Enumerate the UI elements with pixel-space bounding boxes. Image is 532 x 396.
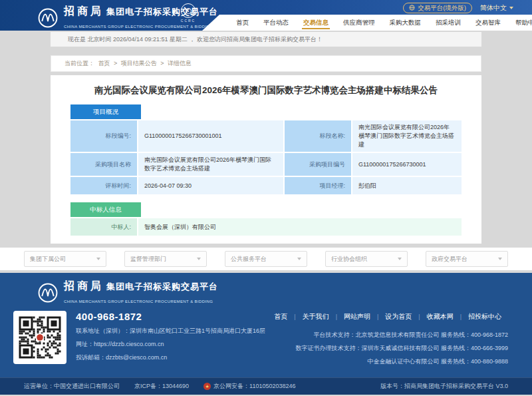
footer-link-home[interactable]: 首页 [267,312,294,321]
project-manager-value: 彭伯阳 [352,177,462,194]
footer-brand-suffix: 集团电子招标采购交易平台 [106,281,218,293]
nav-item-training[interactable]: 招采培训 [428,15,468,31]
project-number-value: G1100000175266730001 [352,153,462,176]
breadcrumb-separator: > [160,60,164,67]
cert-badge-label: CCRC [177,19,200,23]
select-label: 集团下属公司 [30,255,66,264]
select-label: 政府交易平台 [432,255,467,264]
overseas-platform-label: 交易平台(境外版) [418,4,466,13]
main-nav: 首页 平台动态 交易信息 供应商管理 采购大数据 招采培训 交易智库 帮助中心 [202,15,532,31]
breadcrumb-section[interactable]: 项目结果公告 [121,60,157,67]
breadcrumb: 当前位置： 首页 > 项目结果公告 > 详细信息 [51,55,481,72]
evaluation-time-value: 2026-04-07 09:30 [138,177,283,194]
footer-link-bookmark[interactable]: 收藏本网 [420,312,460,321]
brand-subtitle: CHINA MERCHANTS GROUP ELECTRONIC PROCURE… [64,25,213,29]
support-line-cfca: 中金金融认证中心有限公司 服务热线：400-880-9888 [267,355,508,368]
overseas-platform-button[interactable]: 交易平台(境外版) [403,3,472,13]
service-phone: 400-968-1872 [76,311,265,322]
winner-info-table: 中标人: 智奥会展（深圳）有限公司 [70,218,462,236]
footer-bottom-bar: 运营单位：中国交通进出口有限公司 京ICP备：13044690 ★ 京公网安备：… [0,377,532,395]
footer: 招商局 集团电子招标采购交易平台 CHINA MERCHANTS GROUP E… [0,273,532,395]
friend-links-bar: 集团下属公司 监督管理部门 公共服务平台 行业协会组织 政府交易平台 [0,248,532,270]
police-record-text: 京公网安备：11010502038246 [213,382,295,391]
chevron-down-icon [197,258,201,260]
footer-logo: 招商局 集团电子招标采购交易平台 CHINA MERCHANTS GROUP E… [37,280,532,305]
select-public-service-platforms[interactable]: 公共服务平台 [225,251,307,267]
winner-label: 中标人: [70,218,137,236]
footer-link-bidding-center[interactable]: 招投标中心 [462,312,508,321]
brand-suffix: 集团电子招标采购交易平台 [106,6,218,18]
chevron-down-icon [498,258,502,260]
project-name-label: 采购项目名称 [70,153,137,176]
cmg-logo-icon [37,282,59,303]
section-number-value: G1100000175266730001001 [138,120,283,152]
ccrc-cert-badge-icon: CCRC [177,3,200,23]
language-selector[interactable]: 简体中文 [480,3,513,13]
footer-brand-name: 招商局 [64,280,104,294]
winner-info-header: 中标人信息 [70,202,141,217]
top-header: 招商局 集团电子招标采购交易平台 CHINA MERCHANTS GROUP E… [0,0,532,31]
footer-version: 版本号：招商局集团电子招标采购交易平台 V3.0 [380,382,508,391]
select-label: 监督管理部门 [130,255,166,264]
project-number-label: 采购项目编号 [285,153,351,176]
chevron-down-icon [509,7,513,9]
breadcrumb-separator: > [114,60,117,67]
complaint-email[interactable]: 投诉邮箱：dzzbts@ciesco.com.cn [76,353,265,362]
welcome-notice: 现在是 北京时间 2026/04/14 09:21:51 星期二 ， 欢迎您访问… [51,32,481,47]
nav-item-think-tank[interactable]: 交易智库 [468,15,508,31]
brand-name: 招商局 [64,5,104,19]
support-line-platform: 平台技术支持：北京筑龙信息技术有限责任公司 服务热线：400-968-1872 [267,328,508,341]
nav-item-platform-news[interactable]: 平台动态 [256,15,296,31]
website-url[interactable]: 网址：https://dzzb.ciesco.com.cn [76,340,265,349]
evaluation-time-label: 评标时间: [70,177,137,194]
project-overview-table: 标段编号: G1100000175266730001001 标段名称: 南光国际… [70,120,462,194]
cmg-logo-icon [37,7,59,29]
select-industry-associations[interactable]: 行业协会组织 [325,251,408,267]
icp-number[interactable]: 京ICP备：13044690 [134,382,189,391]
footer-brand-subtitle: CHINA MERCHANTS GROUP ELECTRONIC PROCURE… [64,299,213,303]
section-number-label: 标段编号: [70,120,137,152]
operator-info: 运营单位：中国交通进出口有限公司 [24,382,120,391]
language-label: 简体中文 [480,3,507,13]
project-overview-header: 项目概况 [70,104,141,119]
breadcrumb-prefix: 当前位置： [65,60,94,67]
nav-item-trade-info[interactable]: 交易信息 [296,15,336,31]
contact-address: 联系地址（深圳）：深圳市南山区蛇口工业三路1号招商局港口大厦16层 [76,327,265,335]
police-badge-icon: ★ [203,383,211,390]
select-supervision-depts[interactable]: 监督管理部门 [124,251,207,267]
project-manager-label: 项目经理: [285,177,351,194]
select-government-platforms[interactable]: 政府交易平台 [426,251,508,267]
announcement-panel: 南光国际会议展览有限公司2026年横琴澳门国际数字艺术博览会主场搭建中标结果公告… [51,75,481,244]
police-record[interactable]: ★ 京公网安备：11010502038246 [203,382,295,391]
select-label: 公共服务平台 [231,255,267,264]
breadcrumb-home[interactable]: 首页 [98,60,110,67]
winner-value: 智奥会展（深圳）有限公司 [138,218,462,236]
nav-item-procurement-data[interactable]: 采购大数据 [382,15,429,31]
breadcrumb-current: 详细信息 [168,60,192,67]
globe-icon [409,5,415,12]
footer-link-statement[interactable]: 网站声明 [337,312,377,321]
support-line-certificate: 数字证书办理技术支持：深圳市天威诚信科技有限公司 服务热线：400-666-39… [267,341,508,355]
footer-link-about[interactable]: 关于我们 [296,312,336,321]
nav-item-help-center[interactable]: 帮助中心 [508,15,532,31]
footer-links: 首页 | 关于我们 | 网站声明 | 设为首页 | 收藏本网 | 招投标中心 [267,312,508,321]
footer-link-set-homepage[interactable]: 设为首页 [378,312,418,321]
chevron-down-icon [96,258,100,260]
select-label: 行业协会组织 [331,255,367,264]
nav-item-supplier-mgmt[interactable]: 供应商管理 [336,15,382,31]
chevron-down-icon [297,258,301,260]
nav-item-home[interactable]: 首页 [229,15,256,31]
project-name-value: 南光国际会议展览有限公司2026年横琴澳门国际数字艺术博览会主场搭建 [138,153,283,176]
select-group-companies[interactable]: 集团下属公司 [24,251,106,267]
section-name-label: 标段名称: [285,120,351,152]
qr-code [13,311,66,364]
chevron-down-icon [398,258,402,260]
page-title: 南光国际会议展览有限公司2026年横琴澳门国际数字艺术博览会主场搭建中标结果公告 [51,75,481,97]
section-name-value: 南光国际会议展览有限公司2026年横琴澳门国际数字艺术博览会主场搭建 [352,120,462,152]
